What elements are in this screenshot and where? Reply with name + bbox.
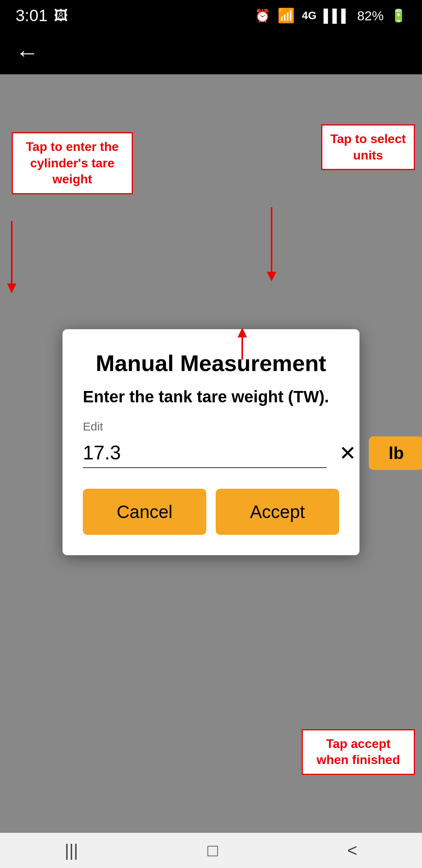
accept-button[interactable]: Accept — [216, 489, 339, 535]
battery-icon: 🔋 — [391, 8, 406, 23]
button-row: Cancel Accept — [83, 489, 339, 535]
tooltip-units: Tap to select units — [321, 124, 415, 170]
cancel-button[interactable]: Cancel — [83, 489, 206, 535]
battery-percent: 82% — [357, 8, 384, 23]
photo-icon: 🖼 — [54, 7, 68, 24]
tooltip-accept: Tap accept when finished — [302, 729, 415, 775]
time-display: 3:01 — [16, 6, 48, 25]
top-bar: ← — [0, 31, 422, 74]
clear-button[interactable]: ✕ — [336, 441, 359, 465]
status-bar: 3:01 🖼 ⏰ 📶 4G ▌▌▌ 82% 🔋 — [0, 0, 422, 31]
menu-icon[interactable]: ||| — [65, 841, 78, 860]
wifi-icon: 📶 — [277, 7, 295, 24]
unit-selector-button[interactable]: lb — [369, 436, 422, 470]
home-icon[interactable]: □ — [207, 841, 218, 860]
back-nav-icon[interactable]: < — [347, 841, 358, 860]
status-time: 3:01 🖼 — [16, 6, 68, 25]
dialog-title: Manual Measurement — [83, 350, 339, 377]
main-content: Tap to enter the cylinder's tare weight … — [0, 74, 422, 833]
bottom-nav: ||| □ < — [0, 833, 422, 868]
tooltip-tare: Tap to enter the cylinder's tare weight — [12, 132, 133, 194]
lte-icon: 4G — [302, 9, 316, 22]
manual-measurement-dialog: Manual Measurement Enter the tank tare w… — [63, 329, 359, 555]
svg-marker-3 — [267, 272, 276, 282]
alarm-icon: ⏰ — [255, 8, 270, 23]
svg-marker-1 — [7, 283, 16, 293]
status-icons: ⏰ 📶 4G ▌▌▌ 82% 🔋 — [255, 7, 406, 24]
input-row: ✕ lb — [83, 436, 339, 470]
back-button[interactable]: ← — [16, 41, 39, 65]
edit-label: Edit — [83, 420, 339, 433]
signal-icon: ▌▌▌ — [324, 9, 350, 23]
tare-weight-input[interactable] — [83, 438, 327, 468]
dialog-subtitle: Enter the tank tare weight (TW). — [83, 386, 339, 408]
